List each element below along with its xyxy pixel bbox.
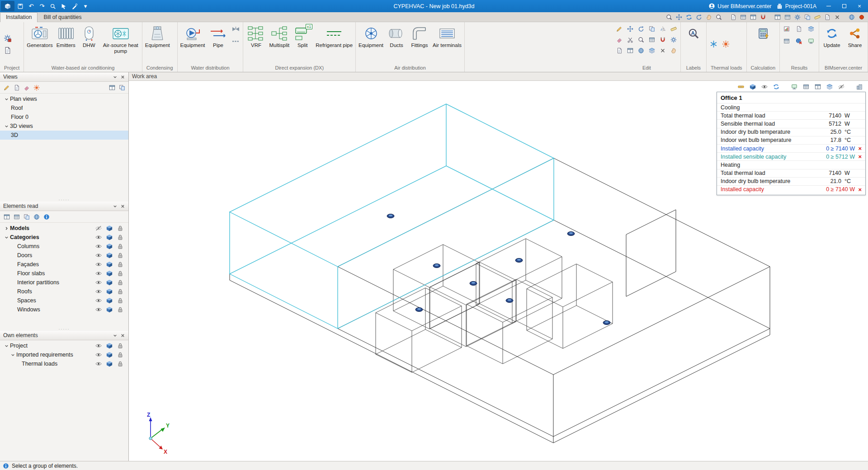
- tree-item-floor-slabs[interactable]: Floor slabs: [0, 269, 128, 278]
- edit-view-icon[interactable]: [2, 83, 11, 92]
- pipe-button[interactable]: Pipe: [207, 24, 229, 49]
- grid-settings-icon[interactable]: [783, 13, 792, 21]
- close-button[interactable]: ×: [852, 0, 867, 12]
- quick-access-caret-icon[interactable]: ▾: [80, 1, 90, 11]
- 3d-toggle[interactable]: [106, 261, 113, 268]
- panel-splitter[interactable]: ·····: [0, 198, 128, 202]
- zoom-edit-icon[interactable]: [636, 34, 646, 45]
- quantities-table-icon[interactable]: [739, 13, 748, 21]
- lock-toggle[interactable]: [117, 306, 124, 313]
- tree-item-3d[interactable]: 3D: [0, 131, 128, 140]
- lock-toggle[interactable]: [117, 288, 124, 295]
- element-info-icon[interactable]: [42, 212, 51, 221]
- new-view-icon[interactable]: [12, 83, 21, 92]
- chevron-down-icon[interactable]: [3, 122, 10, 130]
- lock-toggle[interactable]: [117, 243, 124, 250]
- tree-item-spaces[interactable]: Spaces: [0, 296, 128, 305]
- tree-item-interior-partitions[interactable]: Interior partitions: [0, 278, 128, 287]
- lock-toggle[interactable]: [117, 261, 124, 268]
- building-model-icon[interactable]: [854, 82, 864, 91]
- chevron-down-icon[interactable]: [3, 342, 10, 349]
- chevron-down-icon[interactable]: [3, 95, 10, 103]
- share-button[interactable]: Share: [844, 24, 866, 49]
- app-logo-icon[interactable]: [1, 1, 14, 11]
- close-tool-icon[interactable]: [833, 13, 842, 21]
- rotate-icon[interactable]: [636, 24, 646, 34]
- match-properties-icon[interactable]: [647, 34, 657, 45]
- report-icon[interactable]: [749, 13, 758, 21]
- tile-windows-icon[interactable]: [107, 83, 117, 92]
- split-button[interactable]: x1 Split: [291, 24, 314, 49]
- cooling-loads-icon[interactable]: [708, 39, 720, 50]
- model-globe-icon[interactable]: [32, 212, 41, 221]
- copy-icon[interactable]: [647, 24, 657, 34]
- visibility-off-toggle[interactable]: [95, 225, 102, 232]
- zoom-window-icon[interactable]: [665, 13, 674, 21]
- tree-item-models[interactable]: Models: [0, 224, 128, 233]
- view-cube-icon[interactable]: [748, 82, 758, 91]
- chevron-down-icon[interactable]: [3, 234, 10, 241]
- 3d-toggle[interactable]: [106, 360, 113, 367]
- options-gear-icon[interactable]: [793, 13, 802, 21]
- lock-toggle[interactable]: [117, 234, 124, 241]
- lock-toggle[interactable]: [117, 279, 124, 286]
- work-area-canvas[interactable]: Z Y X Office 1 Cooling Total thermal loa…: [129, 81, 868, 461]
- tree-item-roofs[interactable]: Roofs: [0, 287, 128, 296]
- views-collapse-icon[interactable]: [111, 73, 119, 81]
- split-element-icon[interactable]: [625, 45, 636, 56]
- installed-sensible-capacity-row[interactable]: Installed sensible capacity0 ≥ 5712 W×: [717, 152, 865, 160]
- visibility-toggle[interactable]: [95, 288, 102, 295]
- thermal-load-markers[interactable]: [387, 214, 610, 325]
- condensing-equipment-button[interactable]: Equipment: [144, 24, 171, 49]
- dhw-button[interactable]: DHW: [78, 24, 100, 49]
- visibility-toggle[interactable]: [95, 270, 102, 277]
- previous-zoom-icon[interactable]: [694, 13, 703, 21]
- elements-collapse-icon[interactable]: [111, 202, 119, 210]
- tree-item-3d-views[interactable]: 3D views: [0, 122, 128, 131]
- move-icon[interactable]: [625, 24, 636, 34]
- trim-icon[interactable]: [625, 34, 636, 45]
- visibility-table-icon[interactable]: [12, 212, 21, 221]
- magnifier-icon[interactable]: [714, 13, 723, 21]
- results-layers-icon[interactable]: [806, 24, 816, 34]
- results-report-icon[interactable]: [793, 24, 804, 34]
- record-icon[interactable]: [857, 13, 866, 21]
- delete-icon[interactable]: [614, 34, 625, 45]
- zoom-all-icon[interactable]: [675, 13, 684, 21]
- 3d-toggle[interactable]: [106, 306, 113, 313]
- heating-installed-capacity-row[interactable]: Installed capacity0 ≥ 7140 W×: [717, 185, 865, 193]
- tree-item-floor-0[interactable]: Floor 0: [0, 113, 128, 122]
- maximize-button[interactable]: [836, 0, 852, 12]
- own-close-icon[interactable]: [119, 332, 127, 339]
- 3d-toggle[interactable]: [106, 243, 113, 250]
- visibility-toggle[interactable]: [95, 279, 102, 286]
- bimserver-user-chip[interactable]: User BIMserver.center: [708, 3, 771, 9]
- tree-item-thermal-loads[interactable]: Thermal loads: [0, 359, 128, 368]
- comments-icon[interactable]: [823, 13, 832, 21]
- tree-item-windows[interactable]: Windows: [0, 305, 128, 314]
- tree-item-imported-requirements[interactable]: Imported requirements: [0, 350, 128, 359]
- pan-icon[interactable]: [704, 13, 713, 21]
- tree-item-doors[interactable]: Doors: [0, 251, 128, 260]
- plumb-level-icon[interactable]: [736, 82, 746, 91]
- snap-magnet-icon[interactable]: [759, 13, 768, 21]
- draw-icon[interactable]: [614, 24, 625, 34]
- results-table-icon[interactable]: [781, 36, 792, 46]
- 3d-toggle[interactable]: [106, 342, 113, 349]
- air-source-heat-pump-button[interactable]: Air-source heat pump: [101, 24, 141, 55]
- edit-settings-icon[interactable]: [70, 1, 80, 11]
- 3d-toggle[interactable]: [106, 234, 113, 241]
- visibility-toggle[interactable]: [95, 342, 102, 349]
- 3d-toggle[interactable]: [106, 270, 113, 277]
- tree-item-categories[interactable]: Categories: [0, 233, 128, 242]
- chevron-right-icon[interactable]: [3, 225, 10, 232]
- visibility-toggle[interactable]: [95, 351, 102, 358]
- vrf-button[interactable]: VRF: [245, 24, 267, 49]
- panel-splitter[interactable]: ·····: [0, 327, 128, 331]
- labels-button[interactable]: A: [682, 24, 705, 43]
- minimize-button[interactable]: [821, 0, 836, 12]
- print-icon[interactable]: [729, 13, 738, 21]
- 3d-toggle[interactable]: [106, 351, 113, 358]
- own-collapse-icon[interactable]: [111, 332, 119, 339]
- refresh-view-icon[interactable]: [684, 13, 693, 21]
